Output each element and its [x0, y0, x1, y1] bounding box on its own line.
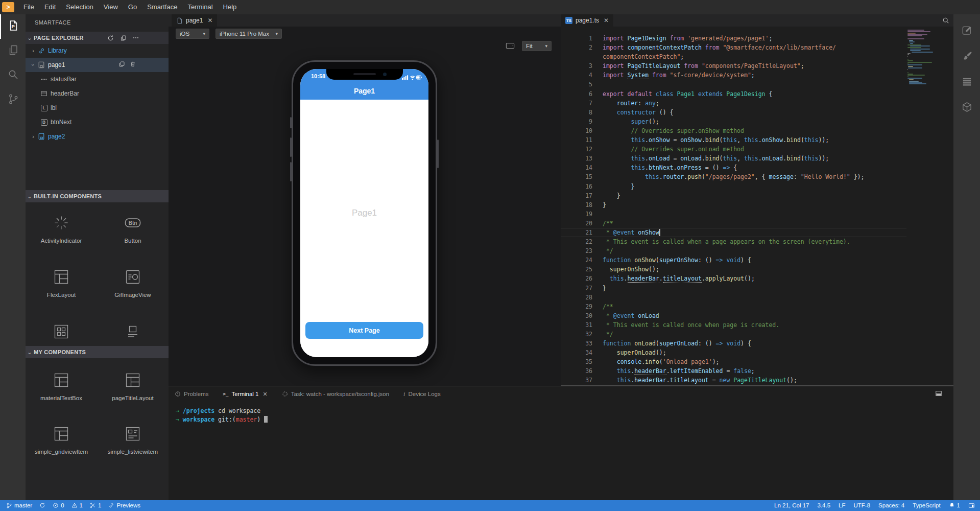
component-Button[interactable]: BtnButton	[97, 214, 169, 244]
status-notifications[interactable]: 1	[949, 502, 960, 508]
component-image[interactable]	[97, 323, 169, 342]
menu-view[interactable]: View	[99, 0, 123, 14]
menu-file[interactable]: File	[18, 0, 39, 14]
next-page-button[interactable]: Next Page	[305, 322, 423, 339]
panel-tab-terminal-1[interactable]: >_Terminal 1✕	[223, 391, 268, 398]
panel-tab-problems[interactable]: Problems	[175, 391, 209, 397]
menu-edit[interactable]: Edit	[39, 0, 61, 14]
chevron-down-icon: ▾	[203, 31, 205, 36]
tree-item-btnNext[interactable]: BbtnNext	[26, 115, 169, 129]
panel-tab-label: Terminal 1	[231, 391, 258, 397]
minimap-line	[907, 54, 909, 55]
chevron-collapsed-icon[interactable]: ›	[30, 48, 37, 54]
status-warnings[interactable]: 1	[71, 502, 83, 508]
panel-layout-icon[interactable]	[935, 390, 942, 397]
status-tasks[interactable]: 1	[90, 502, 101, 508]
close-icon[interactable]: ✕	[262, 391, 267, 398]
section-header-my-components[interactable]: ⌄MY COMPONENTS	[26, 346, 169, 358]
component-GifImageView[interactable]: GifImageView	[97, 268, 169, 298]
minimap-line	[909, 40, 913, 41]
tree-item-page2[interactable]: ›page2	[26, 129, 169, 144]
minimap-line	[907, 53, 911, 54]
source-control-icon	[7, 93, 19, 107]
status-bar-time: 10:58	[311, 73, 325, 79]
more-actions-icon[interactable]	[132, 34, 140, 42]
line-number: 1	[561, 34, 597, 43]
component-ActivityIndicator[interactable]: ActivityIndicator	[26, 214, 97, 244]
tree-item-statusBar[interactable]: statusBar	[26, 72, 169, 86]
delete-icon[interactable]	[130, 61, 136, 69]
code-line-37: 37 this.headerBar.titleLayout = new Page…	[561, 376, 906, 384]
section-header-built-in-components[interactable]: ⌄BUILT-IN COMPONENTS	[26, 190, 169, 202]
page-explorer-header[interactable]: ⌄ PAGE EXPLORER	[26, 32, 169, 44]
status-indentation[interactable]: Spaces: 4	[878, 502, 904, 508]
status-eol[interactable]: LF	[839, 502, 845, 508]
status-cursor-position[interactable]: Ln 21, Col 17	[774, 502, 809, 508]
status-screen-share[interactable]	[968, 502, 975, 509]
line-number: 11	[561, 135, 597, 145]
activity-item-pages[interactable]	[0, 39, 26, 63]
activity-item-search[interactable]	[0, 63, 26, 88]
menu-terminal[interactable]: Terminal	[182, 0, 218, 14]
component-FlexLayout[interactable]: FlexLayout	[26, 268, 97, 298]
refresh-icon[interactable]	[106, 34, 114, 42]
menu-go[interactable]: Go	[123, 0, 142, 14]
menu-selection[interactable]: Selection	[61, 0, 98, 14]
tree-item-lbl[interactable]: Llbl	[26, 101, 169, 115]
status-language[interactable]: TypeScript	[913, 502, 940, 508]
activity-item-modules-cube[interactable]	[953, 95, 980, 121]
component-materialTextBox[interactable]: materialTextBox	[26, 371, 97, 401]
line-number: 36	[561, 366, 597, 376]
tree-item-Library[interactable]: ›Library	[26, 43, 169, 58]
app-logo-icon[interactable]: >	[2, 2, 14, 12]
minimap[interactable]	[907, 30, 947, 96]
line-content: // Overrides super.onShow method	[603, 126, 744, 135]
terminal-output[interactable]: → /projects cd workspace→ workspace git:…	[176, 407, 268, 424]
code-line-4: 4import System from "sf-core/device/syst…	[561, 71, 906, 80]
line-content: * @event onLoad	[603, 311, 659, 320]
bbox-icon: B	[39, 119, 49, 126]
status-errors[interactable]: 0	[53, 502, 64, 508]
device-select[interactable]: iPhone 11 Pro Max▾	[216, 29, 282, 39]
activity-item-smartface-explorer[interactable]: P	[0, 14, 26, 39]
code-area[interactable]: 1import Page1Design from 'generated/page…	[561, 34, 906, 384]
os-select[interactable]: iOS▾	[176, 29, 209, 39]
status-git-branch[interactable]: master	[6, 502, 32, 509]
status-sync[interactable]	[39, 502, 45, 508]
code-line-12: 12 // Overrides super.onLoad method	[561, 145, 906, 154]
component-pageTitleLayout[interactable]: pageTitleLayout	[97, 371, 169, 401]
panel-tab-task-watch-workspace-tsconfig-json[interactable]: Task: watch - workspace/tsconfig.json	[282, 391, 389, 397]
duplicate-icon[interactable]	[118, 61, 125, 69]
status-previews[interactable]: Previews	[108, 502, 140, 508]
component-simple_gridviewItem[interactable]: simple_gridviewItem	[26, 425, 97, 455]
tab-page1[interactable]: page1 ✕	[172, 14, 217, 27]
component-grid[interactable]	[26, 323, 97, 342]
terminal-line: → /projects cd workspace	[176, 407, 268, 415]
activity-item-source-control[interactable]	[0, 88, 26, 112]
activity-item-design-editor[interactable]	[953, 18, 980, 44]
panel-tab-device-logs[interactable]: iDevice Logs	[403, 390, 441, 398]
tab-page1-ts[interactable]: TS page1.ts ✕	[561, 14, 613, 27]
status-version[interactable]: 3.4.5	[818, 502, 831, 508]
modules-cube-icon	[961, 101, 973, 115]
duplicate-icon[interactable]	[119, 34, 127, 42]
activity-item-properties-list[interactable]	[953, 69, 980, 95]
close-icon[interactable]: ✕	[604, 17, 609, 24]
status-encoding[interactable]: UTF-8	[854, 502, 871, 508]
menu-help[interactable]: Help	[218, 0, 242, 14]
zoom-select[interactable]: Fit▾	[522, 41, 552, 51]
status-bar-icons	[402, 73, 422, 82]
open-preview-icon[interactable]	[942, 17, 949, 24]
menu-smartface[interactable]: Smartface	[142, 0, 182, 14]
chevron-expanded-icon[interactable]: ›	[30, 61, 36, 68]
wifi-icon	[410, 76, 415, 80]
tree-item-headerBar[interactable]: headerBar	[26, 86, 169, 101]
activity-item-theme-brush[interactable]	[953, 44, 980, 69]
chevron-collapsed-icon[interactable]: ›	[30, 133, 37, 140]
rotate-device-icon[interactable]	[506, 42, 515, 49]
spinner-icon	[53, 226, 70, 233]
component-simple_listviewitem[interactable]: simple_listviewitem	[97, 425, 169, 455]
close-icon[interactable]: ✕	[207, 17, 212, 24]
tree-item-page1[interactable]: ›page1	[26, 58, 169, 72]
spin-icon	[282, 391, 288, 397]
